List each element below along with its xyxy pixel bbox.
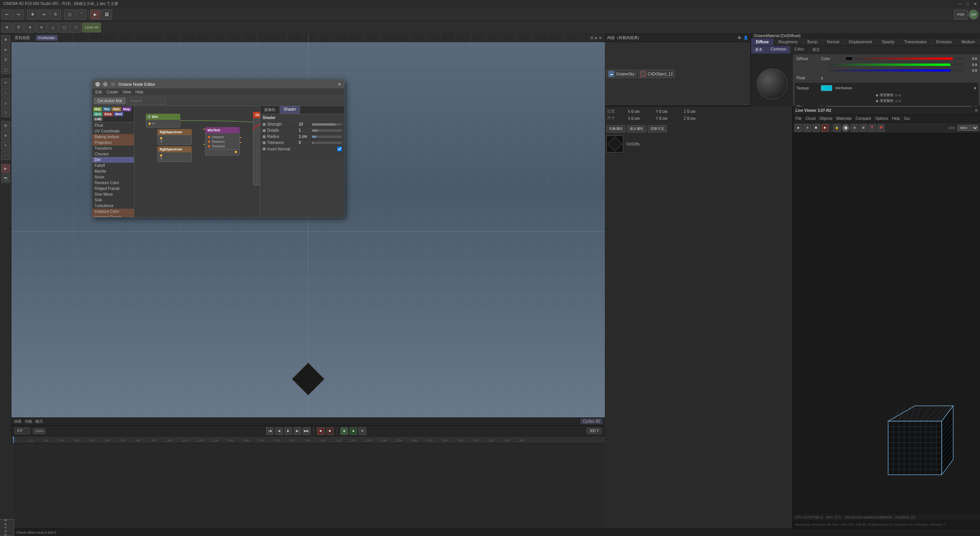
node-item-sinewave[interactable]: Sine Wave bbox=[92, 191, 134, 197]
scene-user-icon[interactable]: 👤 bbox=[743, 36, 748, 40]
lv-close-icon[interactable]: ✕ bbox=[975, 108, 978, 113]
node-item-instancecolor[interactable]: Instance Color bbox=[92, 209, 134, 214]
node-item-side[interactable]: Side bbox=[92, 197, 134, 203]
left-icon-5[interactable]: ✏ bbox=[1, 78, 10, 87]
node-mixtext[interactable]: MixText Amount Texture1 Texture2 bbox=[205, 127, 240, 155]
mat-sub-tab-basic[interactable]: 基本 bbox=[751, 46, 767, 54]
node-item-noise[interactable]: Noise bbox=[92, 174, 134, 180]
shader-tab-shader[interactable]: Shader bbox=[280, 106, 300, 114]
pb-start-btn[interactable]: |◀ bbox=[266, 427, 274, 435]
tab-ems[interactable]: Ems bbox=[103, 112, 113, 116]
ne-close-icon[interactable]: ✕ bbox=[338, 82, 341, 87]
tolerance-bar[interactable] bbox=[312, 142, 342, 144]
tab-ocs[interactable]: Ocs bbox=[93, 112, 103, 116]
ne-menu-view[interactable]: View bbox=[122, 90, 131, 94]
move-btn[interactable]: ✥ bbox=[27, 10, 38, 20]
lv-menu-materials[interactable]: Materials bbox=[836, 116, 852, 121]
undo-btn[interactable]: ↩ bbox=[2, 10, 12, 20]
ne-menu-help[interactable]: Help bbox=[136, 90, 144, 94]
details-dot[interactable] bbox=[263, 129, 266, 132]
strength-bar[interactable] bbox=[312, 123, 342, 126]
node-canvas[interactable]: Dirt ● RgbSpectrum bbox=[134, 106, 344, 217]
left-icon-2[interactable]: ⊕ bbox=[1, 45, 10, 54]
get-active-mat-btn[interactable]: Get Active Mat bbox=[94, 98, 126, 104]
tb2-5[interactable]: △ bbox=[47, 23, 58, 33]
win-close[interactable]: ✕ bbox=[973, 2, 977, 7]
win-maximize[interactable]: □ bbox=[966, 2, 969, 6]
timeline-body[interactable] bbox=[11, 443, 605, 528]
node-item-dirt[interactable]: Dirt bbox=[92, 157, 134, 163]
node-item-randcolor[interactable]: Random Color bbox=[92, 180, 134, 186]
tab-mat[interactable]: Mat bbox=[93, 107, 102, 111]
node-rgb1[interactable]: RgbSpectrum bbox=[157, 129, 192, 145]
win-max-btn[interactable] bbox=[111, 82, 115, 87]
left-icon-3[interactable]: ☰ bbox=[1, 55, 10, 64]
tab-med[interactable]: Med bbox=[114, 112, 124, 116]
frame-display[interactable]: 0 F bbox=[15, 428, 30, 434]
tb2-7[interactable]: ⬡ bbox=[70, 23, 81, 33]
left-icon-7[interactable]: △ bbox=[1, 98, 10, 107]
tb2-4[interactable]: ⊗ bbox=[36, 23, 47, 33]
lv-pause-btn[interactable]: ⏸ bbox=[804, 124, 811, 132]
pb-prev-btn[interactable]: ◀ bbox=[275, 427, 283, 435]
mat-tab-opacity[interactable]: Opacity bbox=[877, 38, 900, 46]
node-item-marble[interactable]: Marble bbox=[92, 168, 134, 174]
left-icon-camera[interactable]: 📷 bbox=[1, 174, 10, 183]
mat-sub-tab-define[interactable]: 插定 bbox=[808, 46, 824, 54]
details-bar[interactable] bbox=[312, 129, 342, 132]
left-icon-12[interactable]: ⋯ bbox=[1, 151, 10, 160]
qr-btn[interactable]: QR bbox=[969, 10, 978, 20]
mat-tab-bump[interactable]: Bump bbox=[803, 38, 822, 46]
lv-pin1-btn[interactable]: 📍 bbox=[868, 124, 876, 132]
tolerance-dot[interactable] bbox=[263, 141, 266, 144]
lv-menu-gui[interactable]: Gui bbox=[904, 116, 910, 121]
left-icon-11[interactable]: ≡ bbox=[1, 141, 10, 150]
pb-keyframe2-btn[interactable]: ◆ bbox=[350, 427, 357, 435]
tex-dropdown[interactable]: ▼ bbox=[973, 86, 977, 90]
ne-search-input[interactable] bbox=[127, 97, 165, 105]
mat-tab-transmission[interactable]: Transmission bbox=[900, 38, 932, 46]
node-rgb2[interactable]: RgbSpectrum bbox=[157, 146, 192, 162]
pb-play-btn[interactable]: ▶ bbox=[284, 427, 292, 435]
pb-end-btn[interactable]: ▶▶| bbox=[303, 427, 310, 435]
node-dirt[interactable]: Dirt ● bbox=[146, 114, 180, 127]
tb2-1[interactable]: ⊞ bbox=[2, 23, 12, 33]
renderview-btn[interactable]: 🖼 bbox=[101, 10, 112, 20]
mat-tab-normal[interactable]: Normal bbox=[822, 38, 844, 46]
tab-c4d[interactable]: C4D bbox=[93, 117, 103, 121]
tb2-cycles[interactable]: Cycles 4D bbox=[82, 23, 101, 33]
lv-record-btn[interactable]: ⏺ bbox=[821, 124, 829, 132]
mat-sub-tab-editor[interactable]: Editor bbox=[791, 46, 808, 54]
left-icon-9[interactable]: ⊞ bbox=[1, 121, 10, 130]
lv-grid2-btn[interactable]: ⊠ bbox=[859, 124, 867, 132]
left-icon-render[interactable]: ▶ bbox=[1, 164, 10, 173]
pull-prop-btn[interactable]: 拔出属性 bbox=[627, 125, 646, 132]
tb2-3[interactable]: ⊕ bbox=[24, 23, 35, 33]
b-slider[interactable] bbox=[828, 69, 964, 72]
tl-tab-cycles[interactable]: Cycles 4D bbox=[580, 418, 603, 424]
node-item-instancerange[interactable]: Instance Range bbox=[92, 214, 134, 217]
lv-grid1-btn[interactable]: ⊞ bbox=[851, 124, 858, 132]
left-icon-1[interactable]: ✥ bbox=[1, 35, 10, 44]
mat-sub-tab-common[interactable]: Common bbox=[767, 46, 791, 54]
lv-stop-btn[interactable]: ⏹ bbox=[812, 124, 820, 132]
rotate-btn[interactable]: ↻ bbox=[50, 10, 61, 20]
octane-sky-item[interactable]: ☁ OctaneSky bbox=[606, 70, 637, 78]
fps-display[interactable]: 100% bbox=[33, 428, 46, 434]
lv-menu-objects[interactable]: Objects bbox=[819, 116, 832, 121]
lv-pin2-btn[interactable]: 📌 bbox=[877, 124, 885, 132]
strength-dot[interactable] bbox=[263, 123, 266, 126]
psr-btn[interactable]: PSR bbox=[954, 10, 968, 20]
pb-settings-btn[interactable]: ⚙ bbox=[359, 427, 366, 435]
mat-tab-displacement[interactable]: Displacement bbox=[844, 38, 877, 46]
lv-menu-compare[interactable]: Compare bbox=[856, 116, 871, 121]
lv-menu-help[interactable]: Help bbox=[892, 116, 900, 121]
lv-sphere-btn[interactable]: ⬤ bbox=[842, 124, 849, 132]
win-close-btn[interactable] bbox=[95, 82, 100, 87]
lv-chn-select[interactable]: Wire Beauty Diffuse bbox=[957, 125, 978, 131]
color-swatch[interactable] bbox=[845, 56, 853, 61]
left-icon-4[interactable]: ◯ bbox=[1, 65, 10, 74]
lv-play-btn[interactable]: ▶ bbox=[795, 124, 802, 132]
node-editor-titlebar[interactable]: Octane Node Editor ✕ bbox=[92, 80, 344, 88]
tb2-2[interactable]: ☰ bbox=[13, 23, 24, 33]
